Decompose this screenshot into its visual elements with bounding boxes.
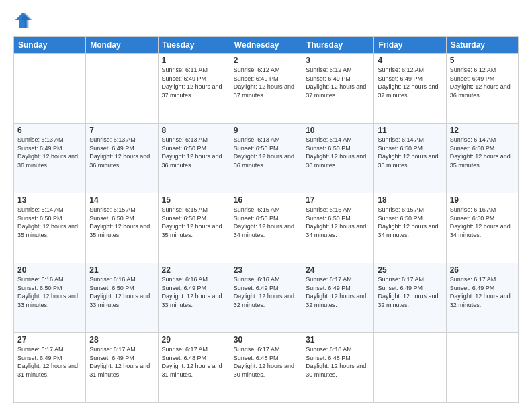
calendar-cell: 14Sunrise: 6:15 AMSunset: 6:50 PMDayligh… — [86, 193, 158, 263]
calendar-cell: 12Sunrise: 6:14 AMSunset: 6:50 PMDayligh… — [446, 124, 518, 193]
day-info: Sunrise: 6:17 AMSunset: 6:48 PMDaylight:… — [162, 345, 226, 379]
calendar-cell: 29Sunrise: 6:17 AMSunset: 6:48 PMDayligh… — [158, 333, 230, 403]
day-info: Sunrise: 6:18 AMSunset: 6:48 PMDaylight:… — [306, 345, 370, 379]
day-number: 15 — [162, 195, 226, 205]
calendar-cell: 27Sunrise: 6:17 AMSunset: 6:49 PMDayligh… — [14, 333, 86, 403]
day-number: 2 — [234, 56, 298, 65]
day-number: 1 — [162, 56, 226, 65]
day-number: 8 — [162, 126, 226, 135]
day-number: 11 — [378, 126, 442, 135]
calendar-cell: 20Sunrise: 6:16 AMSunset: 6:50 PMDayligh… — [14, 263, 86, 333]
day-number: 14 — [89, 195, 154, 205]
day-info: Sunrise: 6:16 AMSunset: 6:50 PMDaylight:… — [89, 275, 154, 309]
calendar-cell: 28Sunrise: 6:17 AMSunset: 6:49 PMDayligh… — [86, 333, 158, 403]
day-info: Sunrise: 6:16 AMSunset: 6:49 PMDaylight:… — [162, 275, 226, 309]
day-number: 19 — [450, 195, 515, 205]
day-info: Sunrise: 6:13 AMSunset: 6:50 PMDaylight:… — [162, 136, 226, 169]
calendar-week: 6Sunrise: 6:13 AMSunset: 6:49 PMDaylight… — [14, 124, 519, 193]
calendar-cell: 17Sunrise: 6:15 AMSunset: 6:50 PMDayligh… — [302, 193, 374, 263]
calendar-week: 20Sunrise: 6:16 AMSunset: 6:50 PMDayligh… — [14, 263, 519, 333]
calendar-cell: 3Sunrise: 6:12 AMSunset: 6:49 PMDaylight… — [302, 54, 374, 124]
calendar-cell: 25Sunrise: 6:17 AMSunset: 6:49 PMDayligh… — [374, 263, 446, 333]
weekday-header: Friday — [374, 37, 446, 54]
calendar-week: 27Sunrise: 6:17 AMSunset: 6:49 PMDayligh… — [14, 333, 519, 403]
day-number: 28 — [89, 335, 154, 345]
weekday-header: Sunday — [14, 37, 86, 54]
day-info: Sunrise: 6:14 AMSunset: 6:50 PMDaylight:… — [450, 136, 515, 169]
calendar-cell — [86, 54, 158, 124]
calendar-cell: 2Sunrise: 6:12 AMSunset: 6:49 PMDaylight… — [230, 54, 302, 124]
day-info: Sunrise: 6:14 AMSunset: 6:50 PMDaylight:… — [378, 136, 442, 169]
calendar-cell: 5Sunrise: 6:12 AMSunset: 6:49 PMDaylight… — [446, 54, 518, 124]
calendar-cell: 31Sunrise: 6:18 AMSunset: 6:48 PMDayligh… — [302, 333, 374, 403]
calendar-cell: 26Sunrise: 6:17 AMSunset: 6:49 PMDayligh… — [446, 263, 518, 333]
calendar-cell — [374, 333, 446, 403]
day-number: 12 — [450, 126, 515, 135]
calendar-cell: 15Sunrise: 6:15 AMSunset: 6:50 PMDayligh… — [158, 193, 230, 263]
day-info: Sunrise: 6:16 AMSunset: 6:50 PMDaylight:… — [17, 275, 82, 309]
day-number: 23 — [234, 265, 298, 275]
day-number: 4 — [378, 56, 442, 65]
calendar-cell: 16Sunrise: 6:15 AMSunset: 6:50 PMDayligh… — [230, 193, 302, 263]
day-info: Sunrise: 6:16 AMSunset: 6:49 PMDaylight:… — [234, 275, 298, 309]
day-info: Sunrise: 6:17 AMSunset: 6:48 PMDaylight:… — [234, 345, 298, 379]
weekday-header: Thursday — [302, 37, 374, 54]
calendar-cell: 1Sunrise: 6:11 AMSunset: 6:49 PMDaylight… — [158, 54, 230, 124]
day-number: 7 — [89, 126, 154, 135]
day-info: Sunrise: 6:15 AMSunset: 6:50 PMDaylight:… — [306, 205, 370, 239]
calendar-cell: 30Sunrise: 6:17 AMSunset: 6:48 PMDayligh… — [230, 333, 302, 403]
day-number: 10 — [306, 126, 370, 135]
day-info: Sunrise: 6:13 AMSunset: 6:50 PMDaylight:… — [234, 136, 298, 169]
day-info: Sunrise: 6:13 AMSunset: 6:49 PMDaylight:… — [89, 136, 154, 169]
day-number: 20 — [17, 265, 82, 275]
calendar-cell — [446, 333, 518, 403]
calendar-cell: 18Sunrise: 6:15 AMSunset: 6:50 PMDayligh… — [374, 193, 446, 263]
weekday-header: Monday — [86, 37, 158, 54]
day-info: Sunrise: 6:12 AMSunset: 6:49 PMDaylight:… — [450, 66, 515, 99]
day-number: 24 — [306, 265, 370, 275]
logo — [13, 11, 35, 30]
calendar-cell: 11Sunrise: 6:14 AMSunset: 6:50 PMDayligh… — [374, 124, 446, 193]
day-info: Sunrise: 6:14 AMSunset: 6:50 PMDaylight:… — [306, 136, 370, 169]
day-number: 18 — [378, 195, 442, 205]
logo-icon — [13, 11, 32, 30]
calendar-cell: 19Sunrise: 6:16 AMSunset: 6:50 PMDayligh… — [446, 193, 518, 263]
day-number: 3 — [306, 56, 370, 65]
day-info: Sunrise: 6:12 AMSunset: 6:49 PMDaylight:… — [234, 66, 298, 99]
day-info: Sunrise: 6:15 AMSunset: 6:50 PMDaylight:… — [89, 205, 154, 239]
calendar-cell: 21Sunrise: 6:16 AMSunset: 6:50 PMDayligh… — [86, 263, 158, 333]
calendar-cell: 9Sunrise: 6:13 AMSunset: 6:50 PMDaylight… — [230, 124, 302, 193]
calendar-cell: 10Sunrise: 6:14 AMSunset: 6:50 PMDayligh… — [302, 124, 374, 193]
calendar-cell: 23Sunrise: 6:16 AMSunset: 6:49 PMDayligh… — [230, 263, 302, 333]
calendar-cell: 24Sunrise: 6:17 AMSunset: 6:49 PMDayligh… — [302, 263, 374, 333]
day-info: Sunrise: 6:17 AMSunset: 6:49 PMDaylight:… — [450, 275, 515, 309]
weekday-header: Tuesday — [158, 37, 230, 54]
day-info: Sunrise: 6:13 AMSunset: 6:49 PMDaylight:… — [17, 136, 82, 169]
day-info: Sunrise: 6:15 AMSunset: 6:50 PMDaylight:… — [234, 205, 298, 239]
calendar-cell: 4Sunrise: 6:12 AMSunset: 6:49 PMDaylight… — [374, 54, 446, 124]
day-info: Sunrise: 6:14 AMSunset: 6:50 PMDaylight:… — [17, 205, 82, 239]
calendar-cell: 7Sunrise: 6:13 AMSunset: 6:49 PMDaylight… — [86, 124, 158, 193]
day-number: 31 — [306, 335, 370, 345]
calendar-cell: 13Sunrise: 6:14 AMSunset: 6:50 PMDayligh… — [14, 193, 86, 263]
day-info: Sunrise: 6:11 AMSunset: 6:49 PMDaylight:… — [162, 66, 226, 99]
weekday-header: Saturday — [446, 37, 518, 54]
day-info: Sunrise: 6:17 AMSunset: 6:49 PMDaylight:… — [378, 275, 442, 309]
header — [13, 11, 519, 30]
weekday-header-row: SundayMondayTuesdayWednesdayThursdayFrid… — [14, 37, 519, 54]
calendar-cell: 6Sunrise: 6:13 AMSunset: 6:49 PMDaylight… — [14, 124, 86, 193]
day-number: 6 — [17, 126, 82, 135]
day-info: Sunrise: 6:15 AMSunset: 6:50 PMDaylight:… — [162, 205, 226, 239]
day-number: 9 — [234, 126, 298, 135]
day-number: 21 — [89, 265, 154, 275]
calendar-week: 13Sunrise: 6:14 AMSunset: 6:50 PMDayligh… — [14, 193, 519, 263]
weekday-header: Wednesday — [230, 37, 302, 54]
day-number: 5 — [450, 56, 515, 65]
calendar-cell — [14, 54, 86, 124]
page: SundayMondayTuesdayWednesdayThursdayFrid… — [0, 0, 532, 411]
day-number: 17 — [306, 195, 370, 205]
day-number: 22 — [162, 265, 226, 275]
day-number: 13 — [17, 195, 82, 205]
day-info: Sunrise: 6:17 AMSunset: 6:49 PMDaylight:… — [306, 275, 370, 309]
day-number: 27 — [17, 335, 82, 345]
